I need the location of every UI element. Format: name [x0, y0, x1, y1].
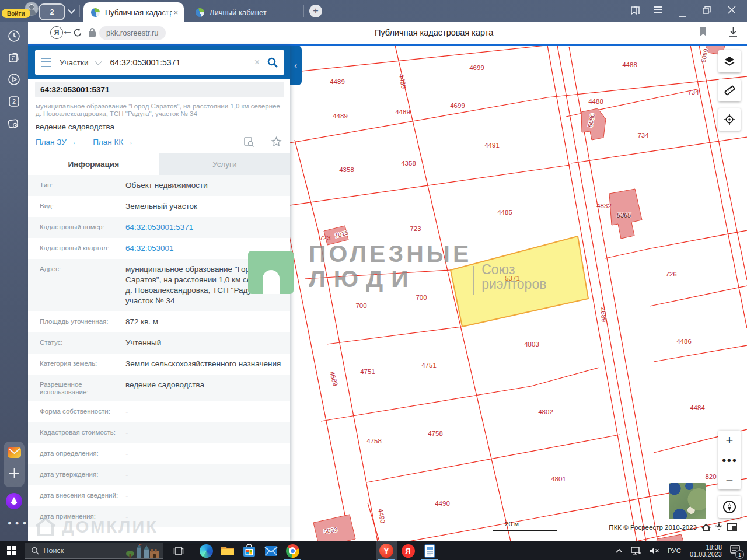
- yandex-browser-icon[interactable]: Y: [376, 541, 397, 560]
- info-row: Статус:Учтенный: [28, 332, 290, 354]
- info-row-label: дата внесения сведений:: [40, 485, 125, 505]
- result-cadastral-number[interactable]: 64:32:053001:5371: [35, 82, 284, 97]
- tab-counter-button[interactable]: 2: [39, 4, 65, 20]
- restore-button[interactable]: [703, 6, 711, 16]
- task-view-button[interactable]: [168, 541, 190, 560]
- network-icon[interactable]: [631, 547, 641, 555]
- overview-minimap[interactable]: [669, 483, 706, 519]
- notification-center-icon[interactable]: 1: [730, 545, 740, 556]
- parcel-label: 4486: [676, 338, 692, 345]
- info-row-label: Кадастровая стоимость:: [40, 422, 125, 442]
- mail-icon[interactable]: [7, 445, 21, 459]
- menu-icon[interactable]: [41, 58, 51, 67]
- info-row-value[interactable]: 64:32:053001: [125, 238, 182, 259]
- parcel-label: 4488: [588, 98, 603, 105]
- volume-muted-icon[interactable]: [650, 547, 659, 555]
- parcel-label: 723: [410, 225, 421, 232]
- info-row-label: Тип:: [40, 175, 125, 194]
- file-explorer-icon[interactable]: [217, 541, 239, 560]
- tray-date: 01.03.2023: [690, 551, 722, 558]
- panel-collapse-button[interactable]: ‹: [289, 46, 302, 85]
- tab-cadastral-map[interactable]: Публичная кадастрова ×: [83, 2, 184, 22]
- new-tab-button[interactable]: +: [309, 5, 322, 18]
- alice-assistant-icon[interactable]: [6, 493, 22, 509]
- history-icon[interactable]: [7, 29, 21, 43]
- parcel-label: 4489: [330, 78, 345, 85]
- bookmark-flag-icon[interactable]: [699, 26, 707, 40]
- windows-taskbar: Поиск: [0, 541, 747, 560]
- favorite-star-icon[interactable]: [271, 136, 282, 147]
- add-panel-icon[interactable]: [7, 466, 21, 480]
- fullscreen-icon[interactable]: [728, 523, 736, 530]
- chrome-icon[interactable]: [282, 541, 303, 560]
- parcel-label: 4489: [333, 113, 348, 120]
- download-icon[interactable]: [728, 27, 738, 40]
- scale-label: 20 м: [505, 520, 519, 527]
- tab-personal-cabinet[interactable]: Личный кабинет: [188, 2, 299, 22]
- compass-button[interactable]: [718, 496, 741, 518]
- object-locate-button[interactable]: [718, 108, 741, 131]
- parcel-label: 723: [319, 235, 330, 242]
- tab-services[interactable]: Услуги: [159, 153, 291, 175]
- preview-icon[interactable]: [243, 136, 254, 147]
- plan-kk-link[interactable]: План КК →: [93, 138, 133, 146]
- measure-ruler-button[interactable]: [718, 79, 741, 102]
- search-input[interactable]: 64:32:053001:5371: [110, 58, 254, 67]
- scale-bar: 20 м: [493, 520, 557, 531]
- screenshot-icon[interactable]: [7, 117, 21, 131]
- info-row: Тип:Объект недвижимости: [28, 175, 290, 196]
- info-row: Кадастровая стоимость:-: [28, 422, 290, 443]
- video-icon[interactable]: [7, 72, 21, 86]
- tab-close-icon[interactable]: ×: [173, 8, 178, 17]
- info-row-value: 872 кв. м: [125, 312, 166, 332]
- back-button[interactable]: ←: [62, 24, 73, 37]
- language-indicator[interactable]: РУС: [668, 547, 681, 554]
- zoom-in-button[interactable]: +: [718, 430, 741, 450]
- tab-information[interactable]: Информация: [28, 153, 159, 175]
- search-highlight-castle-icon: [125, 543, 162, 558]
- zoom-levels-button[interactable]: ●●●: [718, 450, 741, 470]
- info-row-value[interactable]: 64:32:053001:5371: [125, 217, 201, 238]
- parcel-label: 820: [705, 473, 716, 480]
- info-row-value: ведение садоводства: [125, 374, 212, 396]
- sidebar-more-icon[interactable]: ● ● ●: [8, 519, 27, 526]
- login-button[interactable]: Войти: [2, 9, 30, 18]
- search-category[interactable]: Участки: [60, 58, 89, 67]
- side-panel-icon[interactable]: [630, 6, 640, 18]
- parcel-label: 4751: [421, 362, 437, 369]
- edge-icon[interactable]: [196, 541, 217, 560]
- yandex-services-icon[interactable]: Я: [50, 26, 63, 39]
- minimize-button[interactable]: [679, 10, 686, 20]
- layers-button[interactable]: [718, 50, 741, 72]
- info-row: Кадастровый номер:64:32:053001:5371: [28, 217, 290, 238]
- tray-expand-icon[interactable]: [616, 548, 623, 553]
- clear-search-icon[interactable]: ×: [254, 57, 260, 68]
- close-button[interactable]: [728, 6, 736, 16]
- yandex-search-icon[interactable]: Я: [397, 541, 419, 560]
- parcel-label: 726: [665, 271, 676, 278]
- info-row-value: -: [125, 485, 137, 506]
- cadastral-map[interactable]: 4489448946994488734448944894699448850804…: [290, 46, 747, 541]
- tabs-counter-icon[interactable]: 2: [7, 94, 21, 108]
- parcel-label: 4751: [360, 368, 375, 375]
- refresh-icon[interactable]: [72, 27, 83, 41]
- writer-document-icon[interactable]: [419, 541, 441, 560]
- zoom-out-button[interactable]: −: [718, 470, 741, 489]
- tab-list-chevron-icon[interactable]: [69, 8, 75, 13]
- divider: [718, 28, 718, 38]
- mail-app-icon[interactable]: [260, 541, 282, 560]
- info-row-label: Кадастровый номер:: [40, 217, 125, 236]
- feed-icon[interactable]: [7, 51, 21, 65]
- taskbar-search[interactable]: Поиск: [25, 542, 163, 559]
- search-bar: Участки 64:32:053001:5371 ×: [35, 50, 284, 75]
- start-button[interactable]: [7, 546, 16, 555]
- info-row: Форма собственности:-: [28, 401, 290, 422]
- category-chevron-icon[interactable]: [95, 58, 102, 65]
- browser-menu-icon[interactable]: [654, 6, 663, 16]
- plan-zu-link[interactable]: План ЗУ →: [36, 138, 76, 146]
- address-bar[interactable]: pkk.rosreestr.ru: [99, 26, 166, 40]
- clock[interactable]: 18:38 01.03.2023: [690, 544, 722, 558]
- microsoft-store-icon[interactable]: [239, 541, 260, 560]
- search-icon[interactable]: [267, 57, 278, 68]
- lock-icon[interactable]: [88, 27, 97, 41]
